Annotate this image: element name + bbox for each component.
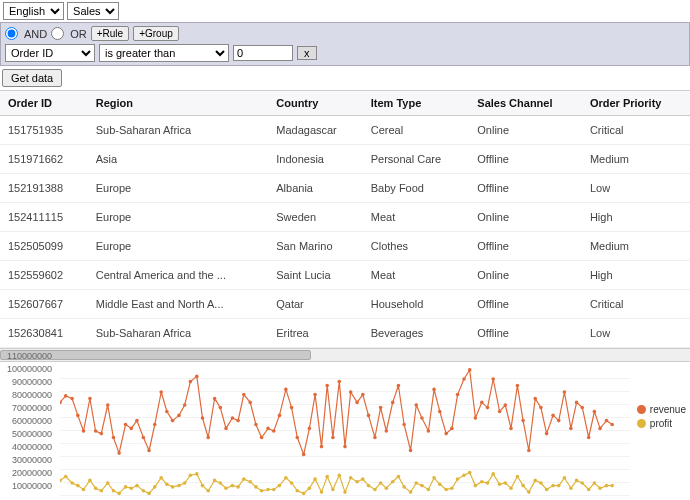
- svg-point-9: [112, 436, 116, 440]
- column-header[interactable]: Item Type: [363, 91, 470, 116]
- svg-point-180: [569, 486, 573, 490]
- svg-point-43: [313, 393, 317, 397]
- table-cell: Sub-Saharan Africa: [88, 116, 269, 145]
- svg-point-120: [213, 479, 217, 483]
- svg-point-88: [580, 406, 584, 410]
- svg-point-162: [462, 473, 466, 477]
- svg-point-109: [147, 492, 151, 496]
- table-cell: Offline: [469, 290, 582, 319]
- remove-condition-button[interactable]: x: [297, 46, 317, 60]
- svg-point-22: [189, 380, 193, 384]
- add-group-button[interactable]: +Group: [133, 26, 179, 41]
- svg-point-10: [117, 451, 121, 455]
- table-cell: Eritrea: [268, 319, 363, 348]
- table-row[interactable]: 152411115EuropeSwedenMeatOnlineHigh: [0, 203, 690, 232]
- chart: 1000000020000000300000004000000050000000…: [0, 362, 690, 500]
- y-axis: 1000000020000000300000004000000050000000…: [0, 366, 56, 496]
- get-data-button[interactable]: Get data: [2, 69, 62, 87]
- condition-row: Order ID is greater than x: [5, 44, 685, 62]
- svg-point-51: [361, 393, 365, 397]
- table-cell: Critical: [582, 116, 690, 145]
- svg-point-42: [308, 427, 312, 431]
- svg-point-89: [587, 436, 591, 440]
- operator-select[interactable]: is greater than: [99, 44, 229, 62]
- or-radio[interactable]: [51, 27, 64, 40]
- svg-point-144: [355, 480, 359, 484]
- column-header[interactable]: Order ID: [0, 91, 88, 116]
- svg-point-136: [308, 486, 312, 490]
- svg-point-48: [343, 445, 347, 449]
- table-row[interactable]: 152191388EuropeAlbaniaBaby FoodOfflineLo…: [0, 174, 690, 203]
- legend-revenue-label: revenue: [650, 404, 686, 415]
- table-row[interactable]: 152559602Central America and the ...Sain…: [0, 261, 690, 290]
- svg-point-24: [201, 416, 205, 420]
- table-cell: Indonesia: [268, 145, 363, 174]
- svg-point-140: [331, 488, 335, 492]
- svg-point-37: [278, 414, 282, 418]
- table-cell: 151751935: [0, 116, 88, 145]
- svg-point-142: [343, 490, 347, 494]
- and-radio[interactable]: [5, 27, 18, 40]
- table-cell: Meat: [363, 203, 470, 232]
- y-tick-label: 50000000: [12, 429, 52, 439]
- svg-point-14: [142, 436, 146, 440]
- svg-point-98: [82, 488, 86, 492]
- svg-point-53: [373, 436, 377, 440]
- profit-dot-icon: [637, 419, 646, 428]
- svg-point-86: [569, 427, 573, 431]
- svg-point-64: [438, 410, 442, 414]
- language-select[interactable]: English: [3, 2, 64, 20]
- svg-point-93: [610, 423, 614, 427]
- svg-point-71: [480, 401, 484, 405]
- column-header[interactable]: Order Priority: [582, 91, 690, 116]
- table-row[interactable]: 152630841Sub-Saharan AfricaEritreaBevera…: [0, 319, 690, 348]
- table-cell: Offline: [469, 174, 582, 203]
- svg-point-46: [331, 436, 335, 440]
- table-cell: Saint Lucia: [268, 261, 363, 290]
- svg-point-176: [545, 488, 549, 492]
- add-rule-button[interactable]: +Rule: [91, 26, 129, 41]
- column-header[interactable]: Region: [88, 91, 269, 116]
- svg-point-133: [290, 481, 294, 485]
- svg-point-27: [219, 406, 223, 410]
- svg-point-182: [580, 481, 584, 485]
- svg-point-151: [397, 475, 401, 479]
- svg-point-2: [70, 397, 74, 401]
- svg-point-67: [456, 393, 460, 397]
- value-input[interactable]: [233, 45, 293, 61]
- field-select[interactable]: Order ID: [5, 44, 95, 62]
- svg-point-149: [385, 486, 389, 490]
- table-cell: 152505099: [0, 232, 88, 261]
- table-cell: Qatar: [268, 290, 363, 319]
- table-row[interactable]: 151971662AsiaIndonesiaPersonal CareOffli…: [0, 145, 690, 174]
- column-header[interactable]: Country: [268, 91, 363, 116]
- svg-point-138: [320, 490, 324, 494]
- svg-point-63: [432, 388, 436, 392]
- table-row[interactable]: 152505099EuropeSan MarinoClothesOfflineM…: [0, 232, 690, 261]
- svg-point-177: [551, 484, 555, 488]
- svg-point-118: [201, 484, 205, 488]
- svg-point-187: [610, 484, 614, 488]
- column-header[interactable]: Sales Channel: [469, 91, 582, 116]
- svg-point-28: [224, 427, 228, 431]
- table-row[interactable]: 151751935Sub-Saharan AfricaMadagascarCer…: [0, 116, 690, 145]
- horizontal-scrollbar[interactable]: [0, 348, 690, 362]
- svg-point-44: [320, 445, 324, 449]
- table-cell: Sweden: [268, 203, 363, 232]
- svg-point-164: [474, 484, 478, 488]
- legend-revenue: revenue: [637, 404, 686, 415]
- svg-point-157: [432, 476, 436, 480]
- svg-point-137: [313, 477, 317, 481]
- table-row[interactable]: 152607667Middle East and North A...Qatar…: [0, 290, 690, 319]
- svg-point-152: [402, 485, 406, 489]
- table-select[interactable]: Sales: [67, 2, 119, 20]
- table-cell: 152607667: [0, 290, 88, 319]
- svg-point-100: [94, 486, 98, 490]
- table-cell: Low: [582, 174, 690, 203]
- legend-profit: profit: [637, 418, 686, 429]
- y-tick-label: 70000000: [12, 403, 52, 413]
- svg-point-114: [177, 484, 181, 488]
- svg-point-150: [391, 480, 395, 484]
- svg-point-166: [486, 481, 490, 485]
- svg-point-34: [260, 436, 264, 440]
